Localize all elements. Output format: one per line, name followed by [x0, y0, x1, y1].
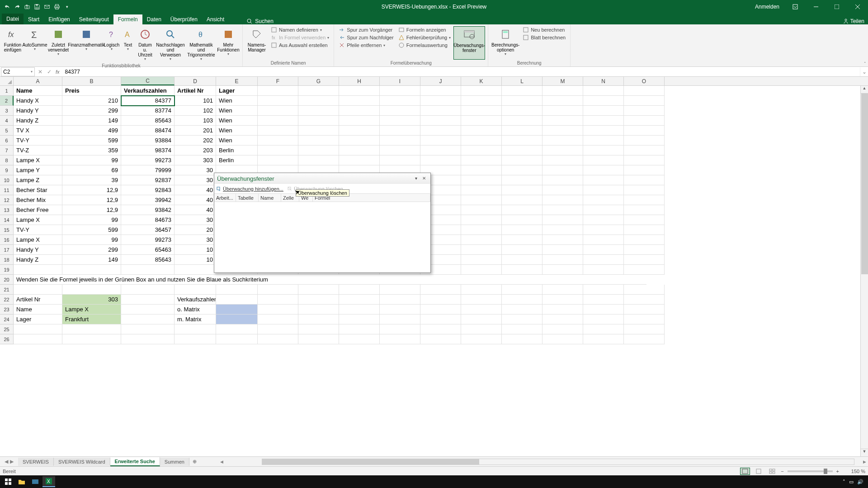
- hscroll-thumb[interactable]: [262, 459, 479, 465]
- column-header-O[interactable]: O: [624, 77, 665, 85]
- cell[interactable]: Lampe X: [14, 235, 62, 245]
- cell[interactable]: [420, 314, 461, 324]
- tab-seitenlayout[interactable]: Seitenlayout: [75, 14, 113, 24]
- cell[interactable]: [216, 295, 258, 305]
- row-header[interactable]: 24: [0, 314, 14, 324]
- row-header[interactable]: 26: [0, 334, 14, 344]
- sheet-tab-summen[interactable]: Summen: [160, 458, 189, 466]
- cell[interactable]: [339, 145, 380, 155]
- cell[interactable]: [62, 265, 121, 275]
- mathematik-button[interactable]: θMathematik und Trigonometrie▾: [186, 26, 216, 62]
- cell[interactable]: Wien: [216, 116, 258, 126]
- cell[interactable]: [298, 305, 339, 314]
- email-icon[interactable]: [42, 2, 52, 11]
- cell[interactable]: 92837: [121, 175, 175, 185]
- cell[interactable]: Artikel Nr: [14, 295, 62, 305]
- cell[interactable]: Handy Z: [14, 255, 62, 265]
- cell[interactable]: [420, 334, 461, 344]
- row-header[interactable]: 3: [0, 106, 14, 116]
- cell[interactable]: [339, 126, 380, 136]
- cell[interactable]: [542, 155, 583, 165]
- cell[interactable]: 36457: [121, 225, 175, 235]
- cell[interactable]: [298, 314, 339, 324]
- cell[interactable]: [624, 255, 665, 265]
- cell[interactable]: [583, 155, 624, 165]
- cell[interactable]: 202: [175, 136, 216, 145]
- file-explorer-icon[interactable]: [15, 476, 28, 487]
- view-normal-icon[interactable]: [740, 468, 750, 475]
- row-header[interactable]: 6: [0, 136, 14, 145]
- cell[interactable]: [624, 96, 665, 106]
- horizontal-scrollbar[interactable]: [262, 459, 854, 465]
- cell[interactable]: [420, 155, 461, 165]
- cell[interactable]: 203: [175, 145, 216, 155]
- watch-body[interactable]: [214, 202, 430, 272]
- row-header[interactable]: 12: [0, 195, 14, 205]
- row-header[interactable]: 25: [0, 324, 14, 334]
- cell[interactable]: Becher Star: [14, 185, 62, 195]
- cell[interactable]: [583, 255, 624, 265]
- row-header[interactable]: 11: [0, 185, 14, 195]
- redo-icon[interactable]: [13, 2, 22, 11]
- column-header-E[interactable]: E: [216, 77, 258, 85]
- cell[interactable]: [380, 126, 420, 136]
- cell[interactable]: [121, 295, 175, 305]
- cell[interactable]: 201: [175, 126, 216, 136]
- sign-in-button[interactable]: Anmelden: [750, 4, 785, 10]
- cell[interactable]: [583, 245, 624, 255]
- cell[interactable]: [502, 265, 542, 275]
- cell[interactable]: [624, 285, 665, 295]
- task-app-icon[interactable]: [29, 476, 42, 487]
- zoom-in-icon[interactable]: +: [836, 469, 839, 474]
- cell[interactable]: [502, 255, 542, 265]
- tab-ueberpruefen[interactable]: Überprüfen: [166, 14, 202, 24]
- cell[interactable]: Name: [14, 305, 62, 314]
- cell[interactable]: [583, 195, 624, 205]
- cell[interactable]: [380, 285, 420, 295]
- cell[interactable]: [461, 155, 502, 165]
- cell[interactable]: Lampe Z: [14, 175, 62, 185]
- cell[interactable]: [624, 175, 665, 185]
- minimize-button[interactable]: [806, 0, 826, 14]
- cell[interactable]: [216, 324, 258, 334]
- row-header[interactable]: 14: [0, 215, 14, 225]
- cell[interactable]: [542, 136, 583, 145]
- cell[interactable]: [14, 324, 62, 334]
- cell[interactable]: [298, 136, 339, 145]
- cell[interactable]: [298, 145, 339, 155]
- cell[interactable]: [461, 205, 502, 215]
- cell[interactable]: [624, 324, 665, 334]
- cell[interactable]: [420, 136, 461, 145]
- cell[interactable]: 599: [62, 225, 121, 235]
- cell[interactable]: [542, 116, 583, 126]
- cell[interactable]: [502, 235, 542, 245]
- cell[interactable]: 99: [62, 155, 121, 165]
- formelauswertung-button[interactable]: Formelauswertung: [396, 42, 453, 49]
- cell[interactable]: [258, 305, 298, 314]
- cell[interactable]: 149: [62, 255, 121, 265]
- column-header-B[interactable]: B: [62, 77, 121, 85]
- cell[interactable]: 40: [175, 205, 216, 215]
- cell[interactable]: [175, 334, 216, 344]
- spur-vorgaenger-button[interactable]: Spur zum Vorgänger: [337, 26, 395, 33]
- view-break-icon[interactable]: [767, 468, 777, 475]
- cell[interactable]: [542, 255, 583, 265]
- cell[interactable]: [258, 295, 298, 305]
- cell[interactable]: [583, 205, 624, 215]
- cell[interactable]: Frankfurt: [62, 314, 121, 324]
- cell[interactable]: [542, 235, 583, 245]
- cell[interactable]: 88474: [121, 126, 175, 136]
- cell[interactable]: [583, 106, 624, 116]
- cell[interactable]: Becher Mix: [14, 195, 62, 205]
- cell[interactable]: 303: [175, 155, 216, 165]
- cell[interactable]: [624, 314, 665, 324]
- close-button[interactable]: [847, 0, 868, 14]
- hscroll-right-icon[interactable]: ▶: [861, 460, 868, 464]
- ribbon-options-icon[interactable]: [785, 0, 806, 14]
- cell[interactable]: [624, 145, 665, 155]
- cell[interactable]: [258, 314, 298, 324]
- cell[interactable]: [258, 285, 298, 295]
- cell[interactable]: [461, 175, 502, 185]
- cell[interactable]: 10: [175, 255, 216, 265]
- tab-daten[interactable]: Daten: [142, 14, 166, 24]
